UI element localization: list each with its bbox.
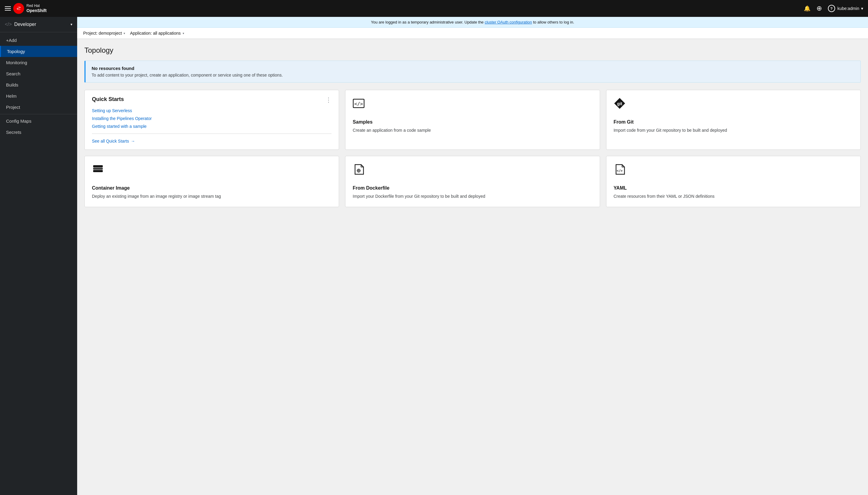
brand-logo: Red Hat OpenShift [13, 3, 47, 14]
svg-text:</>: </> [354, 101, 363, 107]
user-menu[interactable]: kube:admin ▾ [837, 6, 863, 11]
quick-starts-title: Quick Starts [92, 96, 124, 102]
svg-rect-5 [93, 170, 103, 172]
see-all-quick-starts-link[interactable]: See all Quick Starts → [92, 139, 331, 143]
user-name: kube:admin [837, 6, 859, 11]
sidebar-item-secrets[interactable]: Secrets [0, 126, 77, 138]
sidebar-item-project[interactable]: Project [0, 102, 77, 113]
sidebar-item-configmaps[interactable]: Config Maps [0, 116, 77, 126]
content-toolbar: Project: demoproject ▾ Application: all … [77, 28, 868, 39]
notification-icon[interactable]: 🔔 [804, 5, 811, 12]
samples-icon: </> [353, 97, 592, 116]
from-git-card[interactable]: git From Git Import code from your Git r… [606, 90, 861, 150]
svg-point-0 [13, 3, 24, 14]
app-label: Application: all applications [130, 31, 180, 36]
help-icon[interactable]: ? [828, 5, 835, 12]
nav-icons: 🔔 ⊕ ? [804, 4, 835, 12]
quick-starts-links: Setting up Serverless Installing the Pip… [92, 108, 331, 129]
sidebar-item-monitoring[interactable]: Monitoring [0, 57, 77, 68]
container-image-card[interactable]: Container Image Deploy an existing image… [84, 156, 339, 207]
sidebar-link-add[interactable]: +Add [0, 35, 77, 46]
svg-text:</>: </> [617, 169, 623, 173]
sidebar-link-search[interactable]: Search [0, 68, 77, 79]
project-chevron-icon: ▾ [124, 32, 125, 35]
page-title: Topology [84, 46, 861, 54]
app-selector[interactable]: Application: all applications ▾ [130, 31, 184, 36]
kebab-menu-icon[interactable]: ⋮ [326, 96, 331, 103]
git-icon: git [614, 97, 853, 116]
add-icon[interactable]: ⊕ [816, 4, 822, 12]
alert-title: No resources found [92, 66, 854, 71]
sidebar-link-builds[interactable]: Builds [0, 79, 77, 90]
quick-start-link-item: Getting started with a sample [92, 124, 331, 129]
yaml-card-desc: Create resources from their YAML or JSON… [614, 193, 853, 200]
sidebar-link-secrets[interactable]: Secrets [0, 126, 77, 138]
dockerfile-icon [353, 164, 592, 182]
sidebar-link-configmaps[interactable]: Config Maps [0, 116, 77, 126]
quick-start-link-item: Setting up Serverless [92, 108, 331, 113]
page-area: Topology No resources found To add conte… [77, 39, 868, 495]
samples-card-desc: Create an application from a code sample [353, 127, 592, 134]
brand-redhat: Red Hat [27, 4, 47, 8]
perspective-switcher[interactable]: </> Developer ▾ [0, 17, 77, 32]
app-chevron-icon: ▾ [183, 32, 184, 35]
brand-text: Red Hat OpenShift [27, 4, 47, 13]
svg-text:git: git [617, 101, 622, 106]
quick-starts-header: Quick Starts ⋮ [92, 96, 331, 103]
banner-text-after: to allow others to log in. [532, 20, 574, 24]
sidebar-link-project[interactable]: Project [0, 102, 77, 113]
cards-grid: Quick Starts ⋮ Setting up Serverless Ins… [84, 90, 861, 207]
banner-oauth-link[interactable]: cluster OAuth configuration [485, 20, 532, 24]
brand-openshift: OpenShift [27, 8, 47, 13]
user-chevron-icon: ▾ [861, 6, 863, 11]
banner-text-before: You are logged in as a temporary adminis… [371, 20, 485, 24]
sidebar-link-helm[interactable]: Helm [0, 90, 77, 102]
quick-start-link-item: Installing the Pipelines Operator [92, 116, 331, 121]
sidebar-item-add[interactable]: +Add [0, 35, 77, 46]
yaml-icon: </> [614, 164, 853, 182]
app-body: </> Developer ▾ +Add Topology Monitoring… [0, 17, 868, 495]
see-all-label: See all Quick Starts [92, 139, 129, 143]
quick-start-link-sample[interactable]: Getting started with a sample [92, 124, 146, 129]
hamburger-menu[interactable] [5, 6, 11, 11]
samples-card[interactable]: </> Samples Create an application from a… [345, 90, 600, 150]
sidebar: </> Developer ▾ +Add Topology Monitoring… [0, 17, 77, 495]
sidebar-item-topology[interactable]: Topology [0, 46, 77, 57]
from-git-card-title: From Git [614, 119, 853, 125]
dockerfile-card-title: From Dockerfile [353, 185, 592, 191]
project-selector[interactable]: Project: demoproject ▾ [83, 31, 125, 36]
yaml-card[interactable]: </> YAML Create resources from their YAM… [606, 156, 861, 207]
yaml-card-title: YAML [614, 185, 853, 191]
from-git-card-desc: Import code from your Git repository to … [614, 127, 853, 134]
dockerfile-card-desc: Import your Dockerfile from your Git rep… [353, 193, 592, 200]
svg-rect-6 [93, 168, 103, 170]
perspective-label: Developer [14, 22, 36, 27]
container-card-title: Container Image [92, 185, 331, 191]
project-label: Project: demoproject [83, 31, 122, 36]
perspective-chevron-icon: ▾ [71, 22, 72, 27]
top-navigation: Red Hat OpenShift 🔔 ⊕ ? kube:admin ▾ [0, 0, 868, 17]
svg-rect-7 [93, 165, 103, 167]
info-banner: You are logged in as a temporary adminis… [77, 17, 868, 28]
main-content: You are logged in as a temporary adminis… [77, 17, 868, 495]
sidebar-item-search[interactable]: Search [0, 68, 77, 79]
sidebar-link-monitoring[interactable]: Monitoring [0, 57, 77, 68]
arrow-right-icon: → [131, 139, 135, 143]
alert-text: To add content to your project, create a… [92, 73, 854, 78]
container-icon [92, 164, 331, 182]
redhat-logo-icon [13, 3, 24, 14]
sidebar-item-helm[interactable]: Helm [0, 90, 77, 102]
quick-start-link-pipelines[interactable]: Installing the Pipelines Operator [92, 116, 152, 121]
samples-card-title: Samples [353, 119, 592, 125]
quick-start-link-serverless[interactable]: Setting up Serverless [92, 108, 132, 113]
sidebar-link-topology[interactable]: Topology [0, 46, 77, 57]
container-card-desc: Deploy an existing image from an image r… [92, 193, 331, 200]
from-dockerfile-card[interactable]: From Dockerfile Import your Dockerfile f… [345, 156, 600, 207]
sidebar-item-builds[interactable]: Builds [0, 79, 77, 90]
alert-box: No resources found To add content to you… [84, 61, 861, 83]
quick-starts-card: Quick Starts ⋮ Setting up Serverless Ins… [84, 90, 339, 150]
sidebar-nav: +Add Topology Monitoring Search Builds H… [0, 32, 77, 140]
